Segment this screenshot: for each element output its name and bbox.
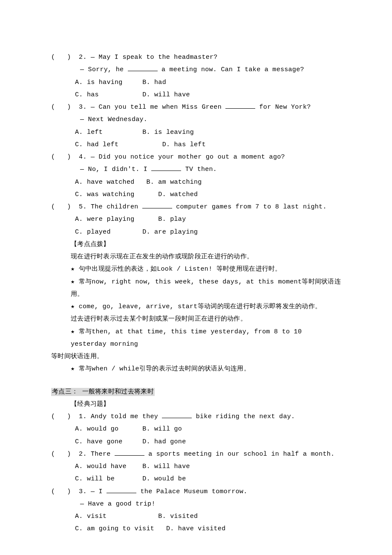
section-3-heading: 考点三： 一般将来时和过去将来时 [51,386,341,398]
s3-question-1-options-row1: A. would go B. will go [51,423,341,435]
q3-optD[interactable]: D. has left [162,141,206,148]
q4-optD[interactable]: D. watched [158,191,198,198]
spacer [51,376,341,386]
q3-ha: ( ) 3. — Can you tell me when Miss Green [51,104,225,111]
s3q1-hb: bike riding the next day. [192,413,295,420]
q2-optA[interactable]: A. is having [75,79,123,86]
tips-p5: 过去进行时表示过去某个时刻或某一段时间正在进行的动作。 [51,313,341,325]
tips-p2: ★ 句中出现提示性的表达，如Look / Listen! 等时使用现在进行时。 [51,263,341,275]
s3q3-optD[interactable]: D. have visited [166,525,226,532]
question-3-line1: ( ) 3. — Can you tell me when Miss Green… [51,101,341,113]
s3-question-3-line1: ( ) 3. — I the Palace Museum tomorrow. [51,486,341,498]
s3q3-optC[interactable]: C. am going to visit [75,525,154,532]
q4-l2b: TV then. [181,166,217,173]
s3-question-3-line2: — Have a good trip! [51,498,341,510]
q5-optC[interactable]: C. played [75,228,111,236]
s3-question-1-options-row2: C. have gone D. had gone [51,436,341,448]
s3q3-optA[interactable]: A. visit [75,513,107,520]
q2-optB[interactable]: B. had [142,79,166,86]
blank[interactable] [107,486,136,493]
s3q2-optB[interactable]: B. will have [142,463,190,470]
tips-p7: ★ 常与when / while引导的表示过去时间的状语从句连用。 [51,363,341,375]
s3q2-optC[interactable]: C. will be [75,475,115,483]
s3q3-ha: ( ) 3. — I [51,488,107,495]
question-5-options-row1: A. were playing B. play [51,213,341,225]
s3q1-optD[interactable]: D. had gone [142,438,186,445]
q3-hb: for New York? [255,104,311,111]
s3q1-optB[interactable]: B. will go [142,425,182,433]
section-3-sub: 【经典习题】 [51,398,341,410]
q2-optC[interactable]: C. has [75,91,99,98]
s3q1-ha: ( ) 1. Andy told me they [51,413,162,420]
s3-question-3-options-row1: A. visit B. visited [51,510,341,523]
s3q2-hb: a sports meeting in our school in half a… [144,451,334,458]
s3-question-2-options-row2: C. will be D. would be [51,473,341,485]
blank[interactable] [225,102,255,109]
s3q2-optA[interactable]: A. would have [75,463,127,470]
q4-optC[interactable]: C. was watching [75,191,135,198]
blank[interactable] [115,449,144,456]
q3-optC[interactable]: C. had left [75,141,118,148]
question-2-line1: ( ) 2. — May I speak to the headmaster? [51,51,341,64]
q5-optA[interactable]: A. were playing [75,216,135,223]
q5-optD[interactable]: D. are playing [142,228,198,236]
q5-hb: computer games from 7 to 8 last night. [172,203,327,211]
q4-optA[interactable]: A. have watched [75,179,135,186]
blank[interactable] [162,412,192,418]
question-4-options-row1: A. have watched B. am watching [51,176,341,188]
q2-l2b: a meeting now. Can I take a message? [158,66,304,73]
question-4-line2: — No, I didn't. I TV then. [51,163,341,176]
section-3-title: 考点三： 一般将来时和过去将来时 [51,388,155,396]
question-2-options-row2: C. has D. will have [51,89,341,101]
s3q3-optB[interactable]: B. visited [158,513,198,520]
tips-p4: ★ come, go, leave, arrive, start等动词的现在进行… [51,301,341,313]
question-5-options-row2: C. played D. are playing [51,226,341,238]
q5-ha: ( ) 5. The children [51,203,142,211]
question-3-line2: — Next Wednesday. [51,113,341,126]
question-3-options-row1: A. left B. is leaving [51,126,341,139]
tips-p3: ★ 常与now, right now, this week, these day… [51,276,341,301]
question-4-options-row2: C. was watching D. watched [51,188,341,201]
q2-optD[interactable]: D. will have [142,91,190,98]
tips-p6a: ★ 常与then, at that time, this time yester… [51,326,341,351]
s3-question-3-options-row2: C. am going to visit D. have visited [51,523,341,535]
question-5-line1: ( ) 5. The children computer games from … [51,201,341,213]
question-2-options-row1: A. is having B. had [51,76,341,89]
tips-p1: 现在进行时表示现在正在发生的动作或现阶段正在进行的动作。 [51,251,341,263]
tips-title: 【考点点拨】 [51,238,341,251]
question-4-line1: ( ) 4. — Did you notice your mother go o… [51,151,341,163]
s3q1-optA[interactable]: A. would go [75,425,118,433]
s3q3-hb: the Palace Museum tomorrow. [136,488,247,495]
q4-l2a: — No, I didn't. I [80,166,151,173]
blank[interactable] [142,202,172,208]
s3q1-optC[interactable]: C. have gone [75,438,123,445]
s3q2-optD[interactable]: D. would be [142,475,186,483]
blank[interactable] [128,65,158,71]
s3-question-2-options-row1: A. would have B. will have [51,460,341,473]
blank[interactable] [151,165,181,171]
q5-optB[interactable]: B. play [158,216,186,223]
s3q2-ha: ( ) 2. There [51,451,115,458]
question-3-options-row2: C. had left D. has left [51,139,341,151]
question-2-line2: — Sorry, he a meeting now. Can I take a … [51,64,341,76]
s3-question-1-line1: ( ) 1. Andy told me they bike riding the… [51,410,341,423]
q3-optB[interactable]: B. is leaving [142,129,194,136]
q3-optA[interactable]: A. left [75,129,103,136]
q4-optB[interactable]: B. am watching [146,179,202,186]
tips-p6b: 等时间状语连用。 [51,350,341,363]
s3-question-2-line1: ( ) 2. There a sports meeting in our sch… [51,448,341,460]
q2-l2a: — Sorry, he [80,66,128,73]
